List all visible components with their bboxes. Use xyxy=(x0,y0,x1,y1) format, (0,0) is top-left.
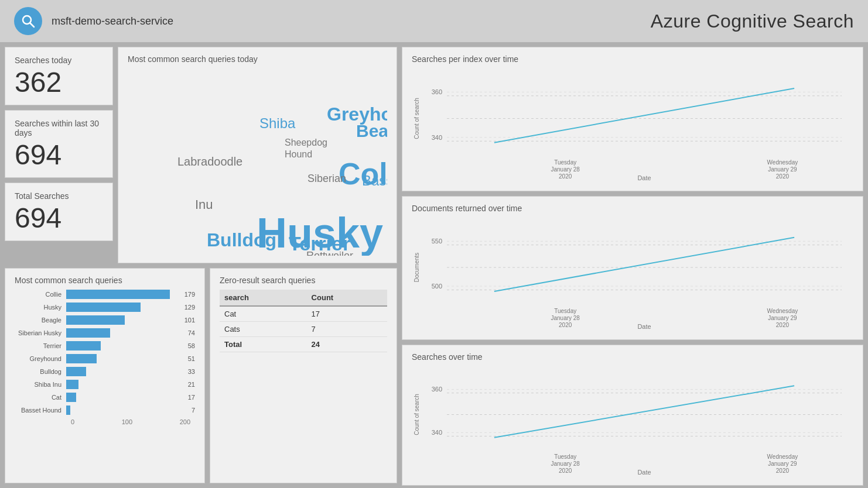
wordcloud-word: Shiba xyxy=(259,115,295,132)
bar-container xyxy=(66,354,186,363)
col-search: search xyxy=(220,290,307,306)
bar-container xyxy=(66,405,189,415)
documents-over-time-chart: 550500DocumentsTuesdayJanuary 282020Wedn… xyxy=(412,220,853,332)
svg-text:340: 340 xyxy=(432,429,442,436)
table-total-value: 24 xyxy=(307,337,387,352)
wordcloud-word: Rottweiler xyxy=(306,250,353,256)
table-row: Cat17 xyxy=(220,306,387,322)
bar-value: 33 xyxy=(188,368,195,375)
searches-per-index-title: Searches per index over time xyxy=(412,54,853,64)
svg-text:2020: 2020 xyxy=(559,322,572,328)
bar-fill xyxy=(66,328,110,338)
bar-value: 101 xyxy=(184,317,195,324)
searches-over-time-card: Searches over time 360340Count of search… xyxy=(402,345,863,486)
svg-line-33 xyxy=(494,238,794,291)
bar-row: Beagle101 xyxy=(15,315,195,325)
bar-fill xyxy=(66,380,78,389)
bar-fill xyxy=(66,393,76,402)
bar-chart: Collie179Husky129Beagle101Siberian Husky… xyxy=(15,290,195,425)
bar-fill xyxy=(66,405,70,415)
svg-text:January 29: January 29 xyxy=(768,315,797,321)
wordcloud-word: Sheepdog xyxy=(285,138,327,148)
svg-text:Date: Date xyxy=(637,469,651,476)
brand-title: Azure Cognitive Search xyxy=(651,11,854,32)
top-section: Searches today 362 Searches within last … xyxy=(5,47,397,263)
main-content: Searches today 362 Searches within last … xyxy=(0,42,868,488)
zero-result-table: search Count Cat17Cats7Total24 xyxy=(220,290,387,352)
svg-line-17 xyxy=(494,88,794,143)
bar-value: 21 xyxy=(188,381,195,388)
svg-text:360: 360 xyxy=(432,88,442,95)
bar-label: Beagle xyxy=(15,317,66,324)
svg-text:340: 340 xyxy=(432,134,442,141)
bar-fill xyxy=(66,354,97,363)
wordcloud-word: Labradoodle xyxy=(177,155,242,169)
svg-text:Wednesday: Wednesday xyxy=(767,453,798,460)
bar-label: Greyhound xyxy=(15,355,66,362)
svg-text:Date: Date xyxy=(637,323,651,330)
svg-text:Count of search: Count of search xyxy=(414,394,420,435)
table-total-label: Total xyxy=(220,337,307,352)
bar-value: 129 xyxy=(184,304,195,311)
svg-text:360: 360 xyxy=(432,386,442,393)
stats-column: Searches today 362 Searches within last … xyxy=(5,47,113,263)
svg-text:Tuesday: Tuesday xyxy=(554,159,576,166)
col-count: Count xyxy=(307,290,387,306)
zero-result-title: Zero-result search queries xyxy=(220,276,387,285)
wordcloud-word: Inu xyxy=(195,197,213,212)
line-chart-svg: 360340Count of searchTuesdayJanuary 2820… xyxy=(412,71,853,184)
svg-line-49 xyxy=(494,386,794,438)
total-searches-card: Total Searches 694 xyxy=(5,183,113,241)
line-chart-svg: 360340Count of searchTuesdayJanuary 2820… xyxy=(412,369,853,478)
bar-fill xyxy=(66,315,125,325)
wordcloud-word: Beagle xyxy=(356,121,387,141)
svg-text:January 28: January 28 xyxy=(551,315,580,321)
bottom-section: Most common search queries Collie179Husk… xyxy=(5,268,397,483)
searches-over-time-chart: 360340Count of searchTuesdayJanuary 2820… xyxy=(412,369,853,478)
table-cell-count: 17 xyxy=(307,306,387,322)
bar-value: 74 xyxy=(188,329,195,336)
bar-container xyxy=(66,328,186,338)
bar-value: 51 xyxy=(188,355,195,362)
header: msft-demo-search-service Azure Cognitive… xyxy=(0,0,868,42)
table-cell-search: Cats xyxy=(220,322,307,337)
wordcloud-word: Siberian xyxy=(307,173,346,185)
bar-row: Terrier58 xyxy=(15,341,195,350)
svg-text:2020: 2020 xyxy=(776,322,790,328)
svg-text:January 28: January 28 xyxy=(551,460,580,467)
searches-30d-label: Searches within last 30 days xyxy=(15,119,103,138)
svg-text:550: 550 xyxy=(432,238,442,245)
bar-container xyxy=(66,315,182,325)
bar-container xyxy=(66,303,182,312)
bar-container xyxy=(66,393,186,402)
bar-fill xyxy=(66,341,101,350)
logo-icon xyxy=(14,7,42,35)
bar-row: Greyhound51 xyxy=(15,354,195,363)
bar-label: Basset Hound xyxy=(15,407,66,414)
right-column: Searches per index over time 360340Count… xyxy=(402,47,863,483)
table-cell-count: 7 xyxy=(307,322,387,337)
searches-today-value: 362 xyxy=(15,68,103,97)
bar-value: 58 xyxy=(188,342,195,349)
bar-label: Collie xyxy=(15,291,66,298)
searches-per-index-chart: 360340Count of searchTuesdayJanuary 2820… xyxy=(412,71,853,184)
bar-container xyxy=(66,290,182,299)
wordcloud-title: Most common search queries today xyxy=(128,54,387,64)
wordcloud-word: Hound xyxy=(285,149,312,160)
bar-label: Husky xyxy=(15,304,66,311)
total-searches-label: Total Searches xyxy=(15,191,103,201)
bar-axis: 0100200 xyxy=(71,418,195,425)
svg-text:Count of search: Count of search xyxy=(414,98,420,139)
svg-text:Wednesday: Wednesday xyxy=(767,159,798,166)
table-row: Cats7 xyxy=(220,322,387,337)
bar-row: Basset Hound7 xyxy=(15,405,195,415)
barchart-card: Most common search queries Collie179Husk… xyxy=(5,268,205,483)
documents-over-time-title: Documents returned over time xyxy=(412,204,853,213)
searches-today-card: Searches today 362 xyxy=(5,47,113,105)
wordcloud-area: GreyhoundBeagleShibaSheepdogHoundCollieL… xyxy=(128,68,387,256)
svg-line-1 xyxy=(30,23,34,27)
bar-value: 7 xyxy=(192,407,195,414)
bar-label: Bulldog xyxy=(15,368,66,375)
bar-label: Terrier xyxy=(15,342,66,349)
bar-row: Collie179 xyxy=(15,290,195,299)
